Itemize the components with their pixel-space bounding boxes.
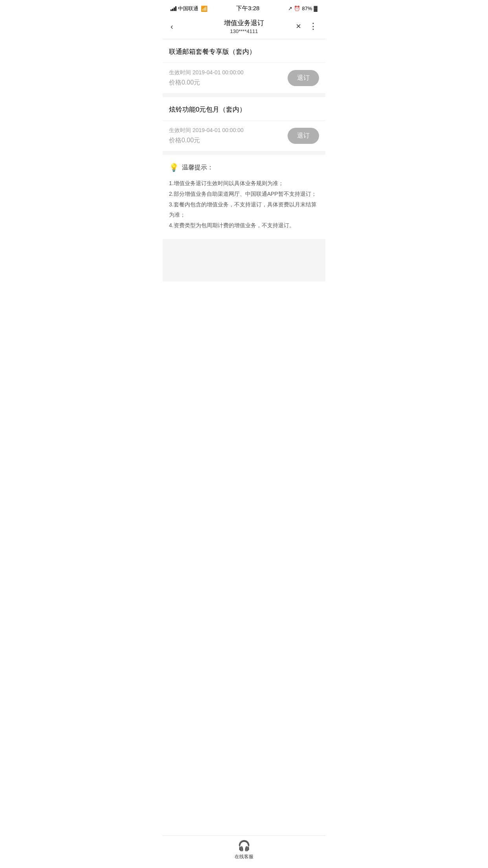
service-time-value-2: 2019-04-01 00:00:00	[193, 127, 244, 133]
signal-icon	[171, 6, 176, 11]
unsubscribe-button-2[interactable]: 退订	[288, 128, 319, 144]
service-time-label-1: 生效时间	[169, 69, 191, 75]
nav-title: 增值业务退订	[193, 18, 295, 28]
service-item-1: 联通邮箱套餐专享版（套内） 生效时间 2019-04-01 00:00:00 价…	[163, 39, 325, 93]
carrier-name: 中国联通	[178, 5, 198, 12]
service-time-2: 生效时间 2019-04-01 00:00:00	[169, 127, 288, 134]
service-detail-1: 生效时间 2019-04-01 00:00:00 价格0.00元 退订	[163, 63, 325, 93]
notice-icon: 💡	[169, 163, 179, 172]
notice-item-3: 3.套餐内包含的增值业务，不支持退订，具体资费以月末结算为准；	[169, 200, 319, 219]
service-detail-2: 生效时间 2019-04-01 00:00:00 价格0.00元 退订	[163, 121, 325, 151]
service-item-2: 炫铃功能0元包月（套内） 生效时间 2019-04-01 00:00:00 价格…	[163, 97, 325, 151]
battery-icon: ▓	[314, 6, 317, 11]
location-icon: ↗	[288, 6, 292, 11]
service-price-value-2: 0.00元	[182, 137, 200, 143]
battery-percentage: 87%	[302, 6, 312, 11]
service-name-2: 炫铃功能0元包月（套内）	[163, 97, 325, 121]
status-time: 下午3:28	[236, 5, 259, 12]
service-price-label-1: 价格	[169, 79, 182, 86]
notice-title: 温馨提示：	[182, 164, 213, 172]
notice-item-4: 4.资费类型为包周期计费的增值业务，不支持退订。	[169, 221, 319, 230]
more-button[interactable]: ⋮	[307, 20, 319, 33]
status-left: 中国联通 📶	[171, 5, 207, 12]
nav-left: ‹	[169, 20, 193, 33]
service-price-2: 价格0.00元	[169, 136, 288, 145]
service-price-label-2: 价格	[169, 137, 182, 143]
service-price-value-1: 0.00元	[182, 79, 200, 86]
service-name-1: 联通邮箱套餐专享版（套内）	[163, 39, 325, 63]
unsubscribe-button-1[interactable]: 退订	[288, 70, 319, 86]
alarm-icon: ⏰	[294, 6, 300, 11]
nav-right: × ⋮	[295, 20, 319, 33]
main-content: 联通邮箱套餐专享版（套内） 生效时间 2019-04-01 00:00:00 价…	[163, 39, 325, 281]
nav-title-block: 增值业务退订 130****4111	[193, 18, 295, 34]
notice-title-row: 💡 温馨提示：	[169, 163, 319, 172]
service-info-1: 生效时间 2019-04-01 00:00:00 价格0.00元	[169, 69, 288, 87]
service-price-1: 价格0.00元	[169, 79, 288, 87]
wifi-icon: 📶	[201, 6, 207, 12]
status-right: ↗ ⏰ 87% ▓	[288, 6, 317, 11]
service-time-1: 生效时间 2019-04-01 00:00:00	[169, 69, 288, 76]
close-button[interactable]: ×	[294, 20, 303, 33]
notice-section: 💡 温馨提示： 1.增值业务退订生效时间以具体业务规则为准； 2.部分增值业务自…	[163, 155, 325, 239]
notice-list: 1.增值业务退订生效时间以具体业务规则为准； 2.部分增值业务自助渠道网厅、中国…	[169, 178, 319, 230]
notice-item-1: 1.增值业务退订生效时间以具体业务规则为准；	[169, 178, 319, 188]
service-time-value-1: 2019-04-01 00:00:00	[193, 69, 244, 75]
nav-subtitle: 130****4111	[193, 28, 295, 34]
status-bar: 中国联通 📶 下午3:28 ↗ ⏰ 87% ▓	[163, 0, 325, 15]
service-info-2: 生效时间 2019-04-01 00:00:00 价格0.00元	[169, 127, 288, 145]
notice-item-2: 2.部分增值业务自助渠道网厅、中国联通APP暂不支持退订；	[169, 189, 319, 199]
nav-bar: ‹ 增值业务退订 130****4111 × ⋮	[163, 15, 325, 39]
back-button[interactable]: ‹	[169, 20, 175, 33]
service-time-label-2: 生效时间	[169, 127, 191, 133]
